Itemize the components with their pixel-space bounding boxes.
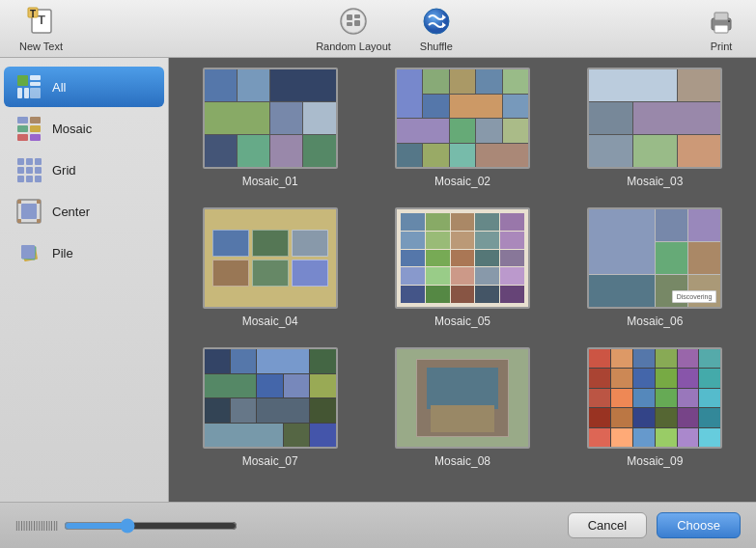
mosaic-07-label: Mosaic_07 [242, 454, 298, 468]
svg-rect-21 [24, 88, 29, 98]
svg-rect-34 [35, 167, 42, 174]
grid-label: Grid [52, 163, 76, 178]
svg-rect-17 [17, 75, 28, 86]
svg-point-10 [424, 9, 449, 34]
svg-rect-5 [347, 14, 352, 20]
svg-rect-41 [37, 200, 41, 204]
mosaic-08-label: Mosaic_08 [434, 454, 490, 468]
svg-text:T: T [38, 13, 45, 27]
svg-rect-23 [17, 117, 28, 123]
size-slider[interactable] [64, 518, 238, 534]
mosaic-09-thumb [587, 347, 722, 449]
svg-point-9 [342, 10, 365, 33]
pile-icon [15, 239, 42, 266]
svg-rect-25 [17, 125, 28, 132]
svg-rect-19 [30, 82, 41, 86]
sidebar-item-all[interactable]: All [4, 67, 164, 107]
svg-rect-28 [30, 134, 41, 141]
slider-wrap: ||||||||||||||||| [15, 518, 238, 534]
new-text-label: New Text [19, 41, 63, 52]
mosaic-03-label: Mosaic_03 [627, 175, 683, 188]
list-item[interactable]: Mosaic_02 [376, 68, 548, 188]
svg-point-4 [341, 9, 366, 34]
svg-rect-39 [21, 204, 37, 219]
sidebar-item-grid[interactable]: Grid [4, 150, 164, 190]
mosaic-06-thumb: Discovering [587, 207, 722, 309]
random-layout-button[interactable]: Random Layout [316, 6, 391, 52]
center-label: Center [52, 205, 90, 219]
mosaic-03-thumb [587, 68, 722, 169]
toolbar-center: Random Layout Shuf [316, 6, 453, 52]
svg-rect-7 [347, 22, 352, 26]
svg-rect-27 [17, 134, 28, 141]
mosaic-label: Mosaic [52, 122, 92, 136]
svg-rect-33 [26, 167, 33, 174]
sidebar: All Mosaic [0, 58, 169, 502]
svg-rect-31 [35, 158, 42, 165]
center-icon [15, 198, 42, 225]
list-item[interactable]: Discovering Mosaic_06 [569, 207, 742, 328]
toolbar: T T New Text Random Layout [0, 0, 756, 58]
sidebar-item-mosaic[interactable]: Mosaic [4, 108, 164, 149]
choose-button[interactable]: Choose [657, 512, 741, 538]
svg-rect-20 [17, 88, 22, 98]
all-label: All [52, 80, 66, 95]
svg-rect-26 [30, 125, 41, 132]
bottom-bar: ||||||||||||||||| Cancel Choose [0, 502, 756, 548]
list-item[interactable]: Mosaic_03 [569, 68, 742, 188]
print-button[interactable]: Print [706, 6, 737, 52]
mosaic-01-thumb [203, 68, 338, 169]
svg-rect-29 [17, 158, 24, 165]
sidebar-item-center[interactable]: Center [4, 191, 164, 232]
cancel-button[interactable]: Cancel [568, 512, 647, 538]
svg-rect-16 [728, 20, 730, 22]
shuffle-label: Shuffle [420, 41, 453, 52]
mosaic-04-label: Mosaic_04 [242, 315, 298, 328]
svg-rect-35 [17, 176, 24, 182]
template-grid: Mosaic_01 Mosaic_02 [183, 68, 742, 478]
svg-rect-6 [354, 14, 360, 18]
mosaic-icon [15, 115, 42, 142]
list-item[interactable]: Mosaic_01 [183, 68, 356, 188]
all-icon [15, 73, 42, 100]
list-item[interactable]: Mosaic_05 [376, 207, 548, 328]
mosaic-07-thumb [203, 347, 338, 449]
mosaic-08-thumb [395, 347, 530, 449]
svg-rect-15 [714, 25, 728, 33]
list-item[interactable]: Mosaic_08 [376, 347, 548, 468]
grid-icon [15, 156, 42, 183]
svg-rect-36 [26, 176, 33, 182]
buttons-wrap: Cancel Choose [568, 512, 741, 538]
mosaic-02-label: Mosaic_02 [434, 175, 490, 188]
mosaic-05-thumb [395, 207, 530, 309]
mosaic-06-label: Mosaic_06 [627, 315, 683, 328]
main-area: All Mosaic [0, 58, 756, 502]
random-layout-icon [338, 6, 369, 37]
svg-rect-30 [26, 158, 33, 165]
random-layout-label: Random Layout [316, 41, 391, 52]
pile-label: Pile [52, 246, 73, 260]
grid-area[interactable]: Mosaic_01 Mosaic_02 [169, 58, 756, 502]
svg-text:T: T [29, 9, 35, 19]
svg-rect-22 [30, 88, 41, 98]
shuffle-icon [421, 6, 452, 37]
svg-rect-46 [21, 245, 35, 259]
list-item[interactable]: Mosaic_09 [569, 347, 742, 468]
svg-rect-42 [17, 219, 21, 223]
print-icon [706, 6, 737, 37]
new-text-button[interactable]: T T New Text [19, 6, 63, 52]
slider-min-icon: ||||||||||||||||| [15, 520, 58, 531]
mosaic-05-label: Mosaic_05 [434, 315, 490, 328]
mosaic-02-thumb [395, 68, 530, 169]
mosaic-09-label: Mosaic_09 [627, 454, 683, 468]
mosaic-04-thumb [203, 207, 338, 309]
list-item[interactable]: Mosaic_07 [183, 347, 356, 468]
svg-rect-8 [354, 20, 360, 26]
svg-rect-14 [714, 13, 728, 20]
shuffle-button[interactable]: Shuffle [420, 6, 453, 52]
svg-rect-24 [30, 117, 41, 123]
list-item[interactable]: Mosaic_04 [183, 207, 356, 328]
print-label: Print [711, 41, 733, 52]
sidebar-item-pile[interactable]: Pile [4, 233, 164, 273]
new-text-icon: T T [26, 6, 57, 37]
